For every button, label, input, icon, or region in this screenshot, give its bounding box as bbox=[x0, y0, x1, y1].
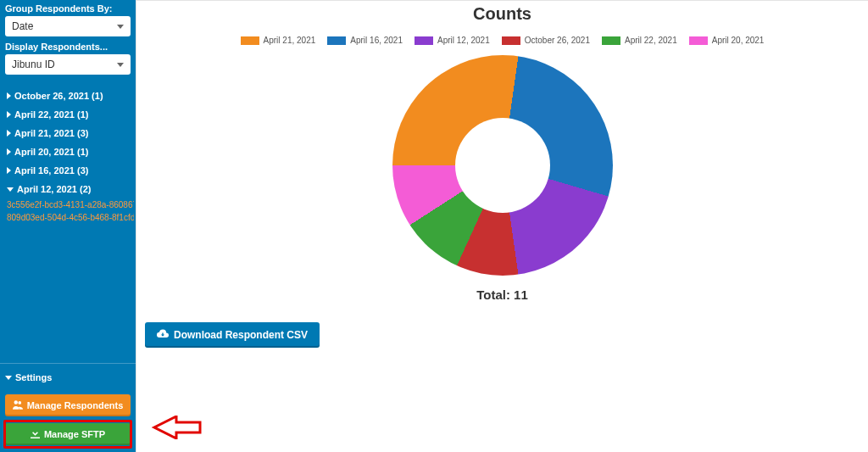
chart-legend: April 21, 2021 April 16, 2021 April 12, … bbox=[136, 36, 868, 45]
main-content: Counts April 21, 2021 April 16, 2021 Apr… bbox=[136, 0, 868, 452]
legend-swatch bbox=[241, 36, 259, 45]
sidebar-controls: Group Respondents By: Date Display Respo… bbox=[0, 0, 136, 80]
caret-right-icon bbox=[7, 148, 11, 155]
date-group-label: April 16, 2021 (3) bbox=[14, 165, 88, 176]
caret-down-icon bbox=[5, 376, 12, 380]
legend-label: April 20, 2021 bbox=[712, 36, 765, 45]
date-group-label: April 21, 2021 (3) bbox=[14, 128, 88, 138]
manage-sftp-button[interactable]: Manage SFTP bbox=[5, 423, 131, 445]
legend-label: April 12, 2021 bbox=[437, 36, 490, 45]
legend-swatch bbox=[415, 36, 433, 45]
legend-item[interactable]: October 26, 2021 bbox=[502, 36, 590, 45]
display-respondents-select[interactable]: Jibunu ID bbox=[5, 54, 131, 75]
date-group-label: October 26, 2021 (1) bbox=[14, 91, 103, 101]
chart-title: Counts bbox=[136, 4, 868, 24]
download-icon bbox=[31, 429, 40, 440]
legend-label: April 16, 2021 bbox=[350, 36, 403, 45]
download-csv-label: Download Respondent CSV bbox=[174, 329, 308, 341]
caret-right-icon bbox=[7, 111, 11, 118]
date-group-item[interactable]: April 22, 2021 (1) bbox=[3, 105, 134, 124]
caret-right-icon bbox=[7, 92, 11, 99]
group-by-label: Group Respondents By: bbox=[5, 3, 131, 14]
date-group-item[interactable]: April 12, 2021 (2) bbox=[3, 180, 134, 198]
date-group-item[interactable]: April 20, 2021 (1) bbox=[3, 142, 134, 161]
legend-label: April 22, 2021 bbox=[625, 36, 677, 45]
date-group-list: October 26, 2021 (1) April 22, 2021 (1) … bbox=[0, 80, 136, 226]
group-by-select[interactable]: Date bbox=[5, 16, 131, 36]
date-group-item[interactable]: April 21, 2021 (3) bbox=[3, 124, 134, 142]
legend-label: October 26, 2021 bbox=[525, 36, 590, 45]
display-respondents-label: Display Respondents... bbox=[5, 42, 131, 52]
legend-label: April 21, 2021 bbox=[264, 36, 316, 45]
legend-swatch bbox=[602, 36, 620, 45]
date-group-label: April 22, 2021 (1) bbox=[14, 109, 88, 120]
caret-down-icon bbox=[7, 187, 14, 192]
date-group-item[interactable]: April 16, 2021 (3) bbox=[3, 161, 134, 180]
manage-respondents-label: Manage Respondents bbox=[27, 400, 124, 410]
manage-respondents-button[interactable]: Manage Respondents bbox=[5, 394, 131, 416]
legend-item[interactable]: April 21, 2021 bbox=[241, 36, 316, 45]
caret-right-icon bbox=[7, 130, 11, 137]
legend-item[interactable]: April 20, 2021 bbox=[689, 36, 765, 45]
manage-sftp-label: Manage SFTP bbox=[44, 429, 105, 439]
date-group-label: April 12, 2021 (2) bbox=[17, 184, 91, 194]
legend-swatch bbox=[689, 36, 708, 45]
donut-chart[interactable] bbox=[392, 55, 613, 276]
sidebar: Group Respondents By: Date Display Respo… bbox=[0, 0, 136, 452]
legend-item[interactable]: April 16, 2021 bbox=[327, 36, 403, 45]
donut-chart-container bbox=[136, 55, 868, 276]
users-icon bbox=[13, 400, 23, 411]
date-group-label: April 20, 2021 (1) bbox=[14, 147, 88, 157]
legend-swatch bbox=[327, 36, 346, 45]
download-csv-button[interactable]: Download Respondent CSV bbox=[145, 322, 320, 348]
settings-label: Settings bbox=[15, 372, 52, 382]
respondent-id-item[interactable]: 809d03ed-504d-4c56-b468-8f1cfd850a71 bbox=[3, 211, 134, 224]
legend-item[interactable]: April 22, 2021 bbox=[602, 36, 677, 45]
cloud-download-icon bbox=[157, 329, 169, 341]
sidebar-bottom: Settings Manage Respondents Manage SFTP bbox=[0, 363, 136, 452]
chart-total: Total: 11 bbox=[136, 287, 868, 302]
settings-toggle[interactable]: Settings bbox=[0, 364, 136, 391]
respondent-id-item[interactable]: 3c556e2f-bcd3-4131-a28a-860867993bd8 bbox=[3, 198, 134, 211]
legend-item[interactable]: April 12, 2021 bbox=[415, 36, 490, 45]
donut-hole bbox=[455, 118, 550, 213]
caret-right-icon bbox=[7, 167, 11, 174]
legend-swatch bbox=[502, 36, 520, 45]
date-group-item[interactable]: October 26, 2021 (1) bbox=[3, 86, 134, 105]
